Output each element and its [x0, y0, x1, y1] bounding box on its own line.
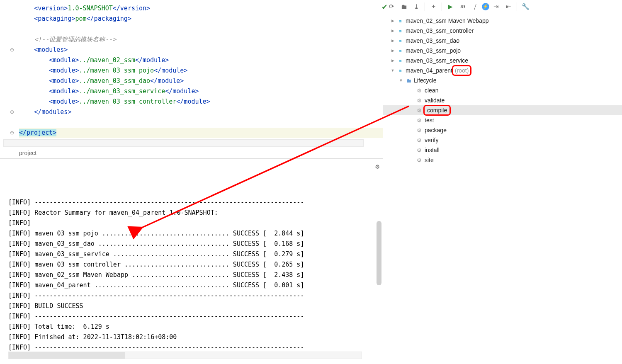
maven-tree[interactable]: ▶mmaven_02_ssm Maven Webapp▶mmaven_03_ss… [383, 13, 622, 364]
tree-item-label: maven_04_parent [406, 67, 452, 74]
chevron-down-icon[interactable]: ▼ [389, 68, 396, 73]
tree-item-compile[interactable]: ⚙compile [383, 105, 622, 115]
tree-item-maven_03_ssm_controller[interactable]: ▶mmaven_03_ssm_controller [383, 26, 622, 36]
editor-gutter: ⊖⊖⊖ [5, 0, 17, 139]
code-line[interactable]: <packaging>pom</packaging> [19, 14, 383, 24]
gear-icon: ⚙ [417, 87, 422, 94]
folder-gear-button[interactable]: 🖿 [398, 1, 410, 12]
gear-icon: ⚙ [417, 147, 422, 153]
console-line: [INFO] Reactor Summary for maven_04_pare… [8, 208, 383, 218]
breadcrumb[interactable]: project [0, 147, 383, 158]
editor-pane[interactable]: ⊖⊖⊖ <version>1.0-SNAPSHOT</version> <pac… [0, 0, 383, 158]
console-line: [INFO] Total time: 6.129 s [8, 322, 383, 332]
code-line[interactable]: <version>1.0-SNAPSHOT</version> [19, 3, 383, 14]
console-line: [INFO] ---------------------------------… [8, 311, 383, 322]
code-line[interactable]: </modules> [19, 107, 383, 117]
console-line: [INFO] maven_03_ssm_pojo ...............… [8, 228, 383, 239]
chevron-right-icon[interactable]: ▶ [389, 39, 396, 43]
chevron-right-icon[interactable]: ▶ [389, 19, 396, 23]
console-pane[interactable]: ⚙ [INFO] -------------------------------… [0, 158, 383, 364]
tree-item-label: package [425, 127, 447, 133]
run-button[interactable]: ▶ [445, 1, 456, 12]
code-line[interactable]: <module>../maven_03_ssm_service</module> [19, 86, 383, 97]
tree-item-label: maven_03_ssm_pojo [406, 47, 461, 54]
expand-button[interactable]: ⇤ [503, 1, 514, 12]
collapse-button[interactable]: ⇥ [490, 1, 502, 12]
maven-panel: ⟳🖿⤓＋▶m⧸⚡⇥⇤🔧 ▶mmaven_02_ssm Maven Webapp▶… [383, 0, 622, 364]
plus-button[interactable]: ＋ [428, 1, 439, 12]
tree-item-maven_04_parent[interactable]: ▼mmaven_04_parent (root) [383, 66, 622, 75]
console-line: [INFO] Finished at: 2022-11-13T18:02:16+… [8, 332, 383, 342]
console-vertical-scrollbar[interactable] [375, 159, 383, 347]
editor-code[interactable]: <version>1.0-SNAPSHOT</version> <packagi… [17, 0, 383, 139]
tree-item-maven_03_ssm_pojo[interactable]: ▶mmaven_03_ssm_pojo [383, 46, 622, 56]
tree-item-maven_03_ssm_service[interactable]: ▶mmaven_03_ssm_service [383, 56, 622, 66]
code-line[interactable]: <module>../maven_03_ssm_controller</modu… [19, 97, 383, 107]
tree-item-install[interactable]: ⚙install [383, 145, 622, 155]
m-button[interactable]: m [457, 1, 469, 12]
tree-item-suffix: (root) [453, 66, 470, 75]
wrench-button[interactable]: 🔧 [520, 1, 531, 12]
tree-item-label: maven_03_ssm_dao [406, 37, 459, 44]
chevron-right-icon[interactable]: ▶ [389, 49, 396, 53]
maven-toolbar: ⟳🖿⤓＋▶m⧸⚡⇥⇤🔧 [383, 0, 622, 13]
console-line: [INFO] ---------------------------------… [8, 197, 383, 208]
code-line[interactable]: <module>../maven_03_ssm_dao</module> [19, 76, 383, 86]
gear-icon: ⚙ [417, 117, 422, 124]
tree-item-label: maven_03_ssm_service [406, 57, 468, 64]
console-line: [INFO] [8, 218, 383, 228]
tree-item-maven_02_ssm-maven-webapp[interactable]: ▶mmaven_02_ssm Maven Webapp [383, 16, 622, 26]
console-horizontal-scrollbar[interactable] [8, 352, 362, 359]
console-line: [INFO] maven_04_parent .................… [8, 280, 383, 291]
console-line: [INFO] BUILD SUCCESS [8, 301, 383, 311]
gear-icon: ⚙ [417, 97, 422, 104]
chevron-down-icon[interactable]: ▼ [397, 78, 405, 83]
tree-item-test[interactable]: ⚙test [383, 115, 622, 125]
tree-item-package[interactable]: ⚙package [383, 125, 622, 135]
tree-item-label: Lifecycle [414, 77, 436, 84]
tree-item-label: install [425, 147, 440, 153]
tree-item-lifecycle[interactable]: ▼🖿Lifecycle [383, 75, 622, 85]
code-line[interactable]: <module>../maven_03_ssm_pojo</module> [19, 66, 383, 76]
tree-item-site[interactable]: ⚙site [383, 155, 622, 165]
chevron-right-icon[interactable]: ▶ [389, 58, 396, 63]
code-line[interactable]: <!--设置管理的模块名称--> [19, 34, 383, 45]
maven-icon: m [399, 38, 402, 44]
tree-item-label: validate [425, 97, 445, 104]
tree-item-clean[interactable]: ⚙clean [383, 85, 622, 95]
code-line[interactable]: <modules> [19, 45, 383, 55]
maven-icon: m [399, 18, 402, 24]
code-line[interactable] [19, 24, 383, 34]
code-line[interactable]: <module>../maven_02_ssm</module> [19, 55, 383, 66]
skip-button[interactable]: ⧸ [469, 1, 481, 12]
console-line: [INFO] maven_03_ssm_service ............… [8, 249, 383, 260]
code-line[interactable]: </project> [19, 128, 383, 138]
maven-icon: m [399, 48, 402, 53]
chevron-right-icon[interactable]: ▶ [389, 29, 396, 33]
console-line: [INFO] maven_03_ssm_dao ................… [8, 239, 383, 249]
tree-item-verify[interactable]: ⚙verify [383, 135, 622, 145]
maven-icon: m [399, 58, 402, 63]
gear-icon: ⚙ [417, 137, 422, 143]
tree-item-label: clean [425, 87, 438, 94]
tree-item-label: compile [425, 106, 449, 114]
gear-icon: ⚙ [417, 107, 422, 114]
gear-icon: ⚙ [417, 127, 422, 133]
tree-item-label: test [425, 117, 434, 124]
tree-item-maven_03_ssm_dao[interactable]: ▶mmaven_03_ssm_dao [383, 36, 622, 46]
tree-item-label: verify [425, 137, 438, 143]
folder-icon: 🖿 [406, 78, 411, 84]
check-icon: ✔ [381, 2, 388, 12]
download-button[interactable]: ⤓ [411, 1, 422, 12]
tree-item-validate[interactable]: ⚙validate [383, 95, 622, 105]
maven-icon: m [399, 28, 402, 34]
tree-item-label: maven_03_ssm_controller [406, 27, 474, 34]
blue-bolt-button[interactable]: ⚡ [482, 3, 489, 10]
console-line: [INFO] maven_02_ssm Maven Webapp .......… [8, 270, 383, 280]
tree-item-label: site [425, 157, 434, 163]
tree-item-label: maven_02_ssm Maven Webapp [406, 17, 489, 24]
code-line[interactable] [19, 117, 383, 128]
gear-icon: ⚙ [417, 157, 422, 163]
console-line: [INFO] maven_03_ssm_controller .........… [8, 260, 383, 270]
editor-horizontal-scrollbar[interactable] [3, 139, 364, 147]
